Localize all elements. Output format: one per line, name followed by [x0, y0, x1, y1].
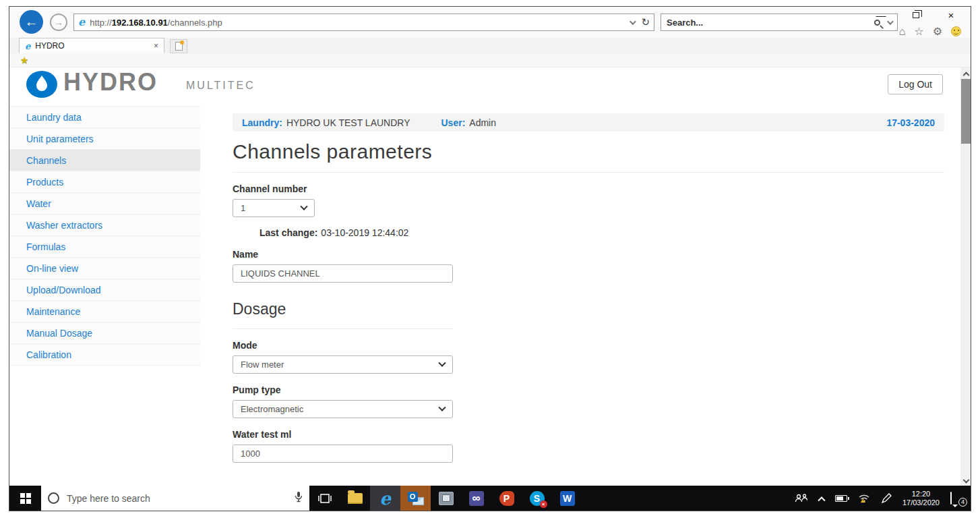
- clock[interactable]: 12:20 17/03/2020: [902, 490, 940, 507]
- people-icon[interactable]: [795, 494, 808, 503]
- tab-close-icon[interactable]: ×: [154, 41, 158, 51]
- session-info-bar: Laundry: HYDRO UK TEST LAUNDRY User: Adm…: [233, 113, 944, 132]
- water-test-value: 1000: [241, 449, 260, 459]
- tab-hydro[interactable]: e HYDRO ×: [19, 38, 164, 53]
- dosage-section-heading: Dosage: [233, 300, 453, 329]
- address-dropdown-icon[interactable]: [630, 18, 636, 25]
- tab-row: e HYDRO ×: [9, 38, 971, 53]
- page-viewport: HYDRO a DOVER company MULTITEC Log Out L…: [9, 67, 971, 487]
- address-bar[interactable]: e http://192.168.10.91/channels.php ↻: [73, 13, 654, 31]
- mode-select[interactable]: Flow meter: [233, 355, 453, 374]
- tab-title: HYDRO: [35, 41, 64, 51]
- chevron-up-icon[interactable]: [818, 496, 825, 504]
- chevron-up-icon: [963, 71, 970, 78]
- sidebar-item-unit-parameters[interactable]: Unit parameters: [9, 128, 200, 150]
- new-tab-icon: [175, 42, 183, 51]
- notification-icon: [950, 492, 952, 505]
- channel-number-select[interactable]: 1: [233, 199, 315, 217]
- outlook-button[interactable]: O: [400, 486, 431, 511]
- water-test-input[interactable]: 1000: [233, 445, 453, 463]
- taskbar-search-box[interactable]: Type here to search: [41, 486, 309, 511]
- sidebar-item-manual-dosage[interactable]: Manual Dosage: [9, 322, 200, 344]
- restore-icon: [913, 12, 919, 18]
- tray-date: 17/03/2020: [902, 498, 940, 507]
- file-explorer-icon: [348, 493, 363, 504]
- battery-icon[interactable]: [835, 495, 847, 502]
- name-label: Name: [233, 249, 944, 260]
- taskbar-search-placeholder: Type here to search: [67, 493, 150, 504]
- user-label: User:: [441, 117, 466, 128]
- main-content: Laundry: HYDRO UK TEST LAUNDRY User: Adm…: [233, 106, 944, 487]
- sidebar-item-products[interactable]: Products: [9, 171, 200, 193]
- back-button[interactable]: ←: [20, 10, 43, 34]
- scroll-up-button[interactable]: [960, 67, 971, 78]
- sidebar-item-washer-extractors[interactable]: Washer extractors: [9, 214, 200, 236]
- pen-icon[interactable]: [881, 493, 892, 504]
- name-input[interactable]: LIQUIDS CHANNEL: [233, 264, 453, 283]
- user-value: Admin: [469, 117, 496, 128]
- last-change-line: Last change:03-10-2019 12:44:02: [259, 227, 944, 238]
- task-view-button[interactable]: [309, 486, 340, 511]
- pump-type-label: Pump type: [233, 384, 944, 395]
- internet-explorer-button[interactable]: e: [370, 486, 400, 511]
- forward-button[interactable]: →: [50, 13, 67, 31]
- vertical-scrollbar[interactable]: [960, 67, 971, 487]
- water-test-label: Water test ml: [233, 429, 944, 440]
- name-value: LIQUIDS CHANNEL: [241, 268, 320, 279]
- powerpoint-icon: P: [499, 491, 514, 506]
- skype-icon: S ×: [530, 491, 545, 506]
- browser-command-icons: ⌂ ☆ ⚙: [899, 25, 961, 38]
- pump-type-value: Electromagnetic: [241, 404, 303, 414]
- sidebar-item-online-view[interactable]: On-line view: [9, 258, 200, 279]
- refresh-icon[interactable]: ↻: [641, 16, 650, 28]
- current-date: 17-03-2020: [886, 117, 935, 128]
- window-controls: — ×: [872, 8, 960, 22]
- laundry-value: HYDRO UK TEST LAUNDRY: [286, 117, 410, 128]
- mode-label: Mode: [233, 340, 944, 351]
- infinity-app-icon: ∞: [469, 491, 484, 506]
- sidebar-item-laundry-data[interactable]: Laundry data: [9, 107, 200, 128]
- favorites-icon[interactable]: ☆: [914, 25, 923, 38]
- skype-button[interactable]: S ×: [522, 486, 552, 511]
- tab-favicon: e: [25, 42, 30, 51]
- settings-gear-icon[interactable]: ⚙: [933, 25, 942, 38]
- new-tab-button[interactable]: [170, 39, 187, 53]
- sidebar-item-maintenance[interactable]: Maintenance: [9, 301, 200, 322]
- microphone-icon[interactable]: [295, 491, 303, 505]
- powerpoint-button[interactable]: P: [491, 486, 522, 511]
- sidebar-item-channels[interactable]: Channels: [9, 150, 200, 171]
- file-explorer-button[interactable]: [340, 486, 370, 511]
- url-text: http://192.168.10.91/channels.php: [90, 18, 222, 28]
- browser-search-box[interactable]: Search...: [661, 13, 898, 31]
- notification-count-badge: 4: [958, 498, 967, 507]
- scrollbar-thumb[interactable]: [961, 79, 971, 144]
- system-tray: 12:20 17/03/2020 4: [795, 486, 965, 511]
- back-arrow-icon: ←: [25, 14, 38, 30]
- pump-type-select[interactable]: Electromagnetic: [233, 400, 453, 418]
- word-button[interactable]: W: [552, 486, 582, 511]
- wifi-warning-icon[interactable]: [858, 493, 870, 503]
- channel-number-label: Channel number: [233, 183, 944, 194]
- home-icon[interactable]: ⌂: [899, 26, 906, 38]
- infinity-app-button[interactable]: ∞: [461, 486, 491, 511]
- laundry-label: Laundry:: [242, 117, 282, 128]
- action-center-button[interactable]: 4: [950, 492, 965, 505]
- sidebar-item-formulas[interactable]: Formulas: [9, 236, 200, 258]
- minimize-button[interactable]: —: [872, 8, 890, 22]
- utility-app-button[interactable]: [431, 486, 461, 511]
- last-change-value: 03-10-2019 12:44:02: [321, 227, 408, 238]
- add-favorite-star-icon[interactable]: ★: [20, 55, 29, 65]
- internet-explorer-icon: e: [78, 17, 85, 28]
- close-button[interactable]: ×: [942, 8, 960, 22]
- site-header: HYDRO a DOVER company MULTITEC Log Out: [9, 67, 960, 106]
- last-change-label: Last change:: [259, 227, 317, 238]
- sidebar-item-upload-download[interactable]: Upload/Download: [9, 279, 200, 301]
- sidebar-item-calibration[interactable]: Calibration: [9, 344, 200, 366]
- start-button[interactable]: [9, 486, 41, 511]
- feedback-smiley-icon[interactable]: [951, 26, 961, 36]
- task-view-icon: [318, 493, 332, 504]
- sidebar-item-water[interactable]: Water: [9, 193, 200, 214]
- logout-button[interactable]: Log Out: [888, 74, 943, 94]
- page-title: Channels parameters: [233, 140, 944, 173]
- restore-button[interactable]: [907, 8, 925, 22]
